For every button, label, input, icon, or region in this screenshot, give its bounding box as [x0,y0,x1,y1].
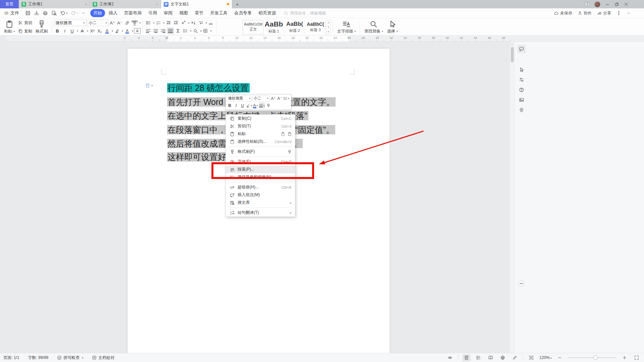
bullets-button[interactable] [145,19,152,26]
text-layout-button[interactable]: 文字排版▾ [335,19,358,35]
close-icon[interactable] [624,2,629,7]
strikethrough-button[interactable]: A [79,27,86,34]
page-view-button[interactable] [462,354,470,361]
doc-line-title[interactable]: 行间距 28 磅怎么设置 [167,82,250,94]
tab-member[interactable]: 会员专享 [231,9,255,17]
shrink-font-button[interactable]: A⁻ [116,19,123,26]
tab-review[interactable]: 审阅 [161,9,176,17]
decrease-indent-button[interactable] [165,19,172,26]
clear-format-button[interactable] [124,19,131,26]
more-options-icon[interactable] [616,11,621,15]
tab-close-icon[interactable]: × [156,2,158,6]
collaborate-button[interactable]: 协作 [578,10,592,16]
mini-line-spacing-button[interactable]: ▾ [283,96,289,102]
zoom-slider[interactable] [568,357,616,358]
mini-font-name-select[interactable]: 微软雅黑▾ [227,96,252,102]
fit-page-button[interactable] [527,354,535,361]
cut-button[interactable]: 剪切 [17,20,34,26]
new-tab-button[interactable]: + [232,0,242,8]
home-tab[interactable]: 首页 [0,0,19,8]
distribute-button[interactable] [175,27,181,34]
bold-button[interactable]: B [54,27,61,34]
collapse-ribbon-icon[interactable] [627,11,631,15]
fullscreen-button[interactable] [633,354,641,361]
justify-button[interactable] [167,27,174,34]
find-replace-button[interactable]: 查找替换▾ [362,19,385,35]
tab-workbook1[interactable]: S 工作簿1 × [19,0,90,8]
shading-button[interactable] [192,27,199,34]
align-center-button[interactable] [152,27,159,34]
tab-docer[interactable]: 稻壳资源 [255,9,279,17]
select-tool-icon[interactable] [517,66,526,74]
tab-writer-doc[interactable]: W 文字文稿1 [161,0,232,8]
mini-italic-button[interactable]: I [233,103,239,109]
proofread-toggle[interactable]: 文档校对 [92,355,114,361]
scroll-up-icon[interactable] [510,42,514,46]
indent-marker[interactable] [165,37,168,39]
select-button[interactable]: 选择▾ [385,19,400,35]
context-menu-item-translate[interactable]: 短句翻译(T) ▸ [226,209,295,217]
context-menu-item-copy[interactable]: 复制(C) Ctrl+C [226,115,295,122]
wrap-button[interactable] [197,19,204,26]
tab-stops-button[interactable] [207,19,214,26]
underline-button[interactable]: U [69,27,76,34]
zoom-slider-knob[interactable] [593,355,598,360]
highlight-button[interactable] [114,27,120,34]
assistant-chat-icon[interactable] [517,45,526,53]
font-color-button[interactable]: A [124,27,131,34]
text-effects-button[interactable]: A [104,27,110,34]
char-border-button[interactable]: A [134,28,141,34]
grow-font-button[interactable]: A⁺ [109,19,116,26]
subscript-button[interactable]: X₂ [96,27,103,34]
print-icon[interactable] [43,10,48,16]
minimize-icon[interactable] [605,2,610,7]
more-commands-icon[interactable] [82,11,86,15]
numbering-button[interactable] [155,19,162,26]
borders-button[interactable] [202,27,209,34]
styles-gallery-scroll[interactable]: ▴▾▾ [326,20,331,35]
context-menu-item-cut[interactable]: 剪切(T) Ctrl+X [226,122,295,130]
tab-workbook2[interactable]: S 工作簿2 × [90,0,161,8]
align-left-button[interactable] [145,27,152,34]
location-pin-icon[interactable] [517,106,526,114]
context-menu-item-hyperlink[interactable]: 超链接(H)... Ctrl+K [226,183,295,191]
file-menu[interactable]: 文件 [0,10,22,16]
font-size-select[interactable]: 小二▾ [87,19,108,26]
mini-format-painter-button[interactable] [265,103,271,109]
avatar[interactable] [594,1,600,7]
mini-font-color-button[interactable]: A▾ [253,103,258,109]
tab-home[interactable]: 开始 [90,9,105,17]
context-menu-item-paste[interactable]: 粘贴 [226,130,295,138]
format-painter-button[interactable]: 格式刷 [34,19,50,35]
tab-insert[interactable]: 插入 [106,9,120,17]
font-name-select[interactable]: 微软雅黑▾ [54,19,86,26]
outline-view-button[interactable] [475,354,483,361]
zoom-level[interactable]: 120%▾ [539,355,552,360]
word-count[interactable]: 字数: 99/99 [28,355,48,361]
restore-icon[interactable] [614,2,619,7]
mini-font-size-select[interactable]: 小二▾ [252,96,270,102]
zoom-in-button[interactable] [621,354,629,361]
zoom-out-button[interactable] [556,354,564,361]
more-ellipsis-button[interactable] [518,280,525,287]
undo-button[interactable]: ▾ [60,10,67,16]
sort-button[interactable] [190,19,197,26]
read-view-button[interactable] [487,354,495,361]
italic-button[interactable]: I [61,27,68,34]
context-menu-item-paste-special[interactable]: 选择性粘贴(S)... Ctrl+Alt+V [226,138,295,145]
paste-keep-format-icon[interactable] [281,132,285,136]
tab-close-icon[interactable]: × [85,2,87,6]
copy-button[interactable]: 复制 [17,28,34,35]
tab-page-layout[interactable]: 页面布局 [121,9,145,17]
context-menu-item-format-painter[interactable]: 格式刷(F) [226,148,295,156]
spellcheck-toggle[interactable]: 拼写检查▾ [57,355,83,361]
horizontal-ruler[interactable]: 6422468101214161820222426283032343638404… [5,36,644,42]
vertical-scrollbar[interactable] [509,42,514,353]
print-preview-icon[interactable] [51,10,57,16]
paste-text-only-icon[interactable] [288,132,292,136]
text-direction-button[interactable] [180,19,187,26]
mini-shading-button[interactable]: ▾ [259,103,265,109]
redo-button[interactable]: ▾ [71,10,78,16]
style-normal[interactable]: AaBbCcDd 正文 [243,20,263,35]
increase-indent-button[interactable] [172,19,179,26]
